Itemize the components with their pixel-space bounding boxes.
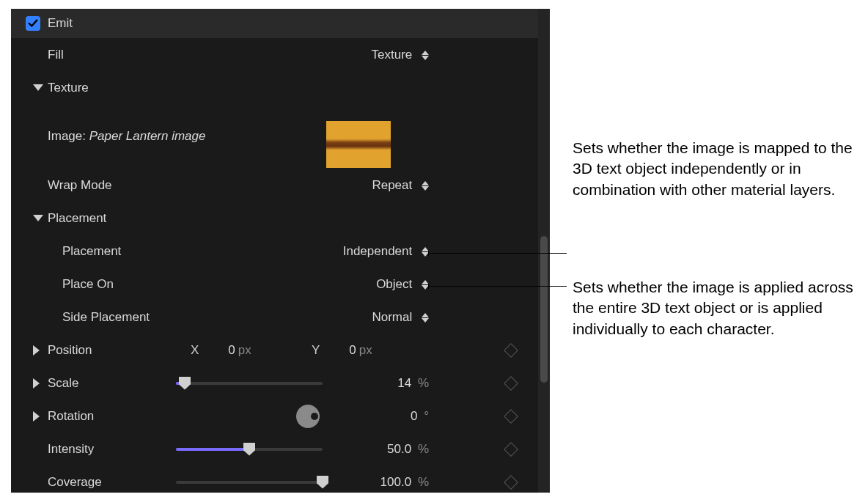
disclosure-triangle-icon[interactable] bbox=[33, 411, 40, 421]
scrollbar-track bbox=[538, 9, 550, 493]
coverage-label: Coverage bbox=[48, 475, 102, 490]
coverage-value: 100.0 bbox=[380, 475, 412, 489]
disclosure-triangle-icon[interactable] bbox=[33, 345, 40, 356]
coverage-unit: % bbox=[418, 475, 429, 489]
callout-lead-line bbox=[429, 253, 567, 254]
coverage-slider[interactable] bbox=[176, 481, 323, 484]
rotation-dial[interactable] bbox=[296, 405, 320, 428]
intensity-unit: % bbox=[418, 442, 429, 456]
scale-row: Scale 14 % bbox=[11, 367, 538, 400]
image-row: Image: Paper Lantern image bbox=[11, 104, 538, 169]
check-icon bbox=[28, 18, 38, 29]
scale-value: 14 bbox=[397, 376, 411, 390]
keyframe-diamond-icon[interactable] bbox=[504, 475, 518, 490]
updown-icon bbox=[422, 312, 429, 323]
slider-thumb-icon[interactable] bbox=[317, 476, 328, 489]
side-placement-value: Normal bbox=[372, 310, 412, 324]
disclosure-triangle-icon bbox=[33, 84, 43, 91]
placement-row: Placement Independent bbox=[11, 235, 538, 268]
keyframe-diamond-icon[interactable] bbox=[504, 343, 518, 358]
intensity-label: Intensity bbox=[48, 442, 94, 457]
coverage-value-field[interactable]: 100.0 % bbox=[334, 475, 429, 490]
place-on-label: Place On bbox=[62, 277, 114, 292]
placement-section-label: Placement bbox=[48, 211, 106, 226]
intensity-slider[interactable] bbox=[176, 448, 323, 451]
scale-unit: % bbox=[418, 376, 429, 390]
disclosure-triangle-icon bbox=[33, 215, 43, 221]
image-name: Paper Lantern image bbox=[89, 129, 206, 143]
wrap-mode-popup[interactable]: Repeat bbox=[319, 178, 429, 193]
position-label: Position bbox=[48, 343, 92, 358]
rotation-value: 0 bbox=[411, 409, 417, 423]
rotation-label: Rotation bbox=[48, 409, 94, 424]
texture-image-well[interactable] bbox=[326, 121, 391, 168]
place-on-value: Object bbox=[376, 277, 412, 291]
position-y-field[interactable]: Y 0 px bbox=[312, 343, 372, 358]
fill-popup[interactable]: Texture bbox=[319, 48, 429, 62]
keyframe-diamond-icon[interactable] bbox=[504, 376, 518, 391]
emit-checkbox[interactable] bbox=[26, 16, 40, 31]
position-row: Position X 0 px Y 0 px bbox=[11, 334, 538, 367]
position-y-value: 0 bbox=[349, 343, 356, 358]
placement-label: Placement bbox=[62, 244, 121, 259]
keyframe-diamond-icon[interactable] bbox=[504, 409, 518, 424]
slider-thumb-icon[interactable] bbox=[179, 377, 191, 390]
callout-placement: Sets whether the image is mapped to the … bbox=[573, 138, 866, 200]
scale-value-field[interactable]: 14 % bbox=[334, 376, 429, 391]
updown-icon bbox=[422, 50, 429, 61]
intensity-value: 50.0 bbox=[387, 442, 411, 456]
side-placement-popup[interactable]: Normal bbox=[319, 310, 429, 325]
coverage-row: Coverage 100.0 % bbox=[11, 465, 538, 493]
image-label-prefix: Image: bbox=[48, 129, 89, 143]
position-y-label: Y bbox=[312, 343, 320, 358]
disclosure-triangle-icon[interactable] bbox=[33, 378, 40, 389]
emit-header-row: Emit bbox=[11, 9, 538, 38]
slider-thumb-icon[interactable] bbox=[243, 443, 255, 456]
side-placement-label: Side Placement bbox=[62, 310, 150, 325]
texture-section-row[interactable]: Texture bbox=[11, 71, 538, 104]
placement-value: Independent bbox=[343, 244, 413, 258]
rotation-value-field[interactable]: 0 ° bbox=[334, 409, 429, 424]
place-on-popup[interactable]: Object bbox=[319, 277, 429, 292]
side-placement-row: Side Placement Normal bbox=[11, 301, 538, 334]
place-on-row: Place On Object bbox=[11, 268, 538, 301]
placement-popup[interactable]: Independent bbox=[319, 244, 429, 259]
position-x-label: X bbox=[191, 343, 199, 358]
wrap-mode-row: Wrap Mode Repeat bbox=[11, 169, 538, 202]
wrap-mode-value: Repeat bbox=[372, 178, 412, 192]
fill-row: Fill Texture bbox=[11, 38, 538, 71]
scale-slider[interactable] bbox=[176, 382, 323, 385]
fill-label: Fill bbox=[48, 48, 64, 62]
texture-section-label: Texture bbox=[48, 81, 89, 95]
fill-value: Texture bbox=[372, 48, 413, 62]
emit-label: Emit bbox=[48, 16, 73, 31]
position-x-field[interactable]: X 0 px bbox=[191, 343, 251, 358]
wrap-mode-label: Wrap Mode bbox=[48, 178, 112, 193]
position-x-value: 0 bbox=[228, 343, 235, 358]
scale-label: Scale bbox=[48, 376, 79, 391]
image-label: Image: Paper Lantern image bbox=[48, 129, 205, 144]
intensity-row: Intensity 50.0 % bbox=[11, 432, 538, 465]
position-y-unit: px bbox=[359, 343, 372, 358]
intensity-value-field[interactable]: 50.0 % bbox=[334, 442, 429, 457]
rotation-row: Rotation 0 ° bbox=[11, 400, 538, 432]
callout-place-on: Sets whether the image is applied across… bbox=[573, 277, 866, 339]
rotation-unit: ° bbox=[424, 409, 429, 423]
callout-lead-line bbox=[429, 286, 567, 287]
keyframe-diamond-icon[interactable] bbox=[504, 442, 518, 457]
position-x-unit: px bbox=[238, 343, 251, 358]
placement-section-row[interactable]: Placement bbox=[11, 202, 538, 235]
updown-icon bbox=[422, 180, 429, 191]
scrollbar-thumb[interactable] bbox=[540, 236, 548, 383]
inspector-panel: Emit Fill Texture Texture Image: Paper L… bbox=[11, 9, 550, 493]
